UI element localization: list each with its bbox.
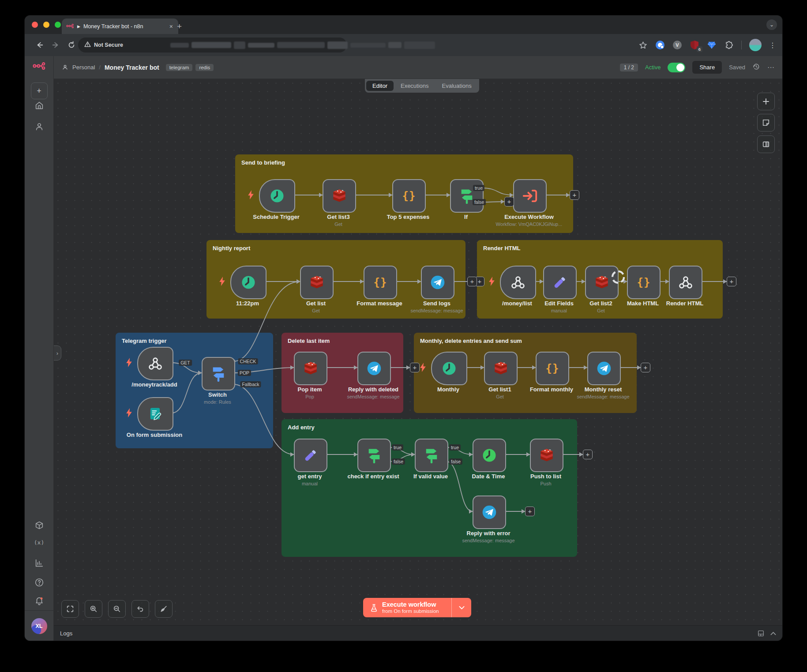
browser-tab[interactable]: ▶ Money Tracker bot - n8n × xyxy=(62,19,178,34)
node-push-to-list[interactable] xyxy=(530,439,563,472)
node-send-logs[interactable] xyxy=(421,266,454,299)
node-top-5-expenses[interactable]: {} xyxy=(392,179,426,213)
personal-projects-icon[interactable] xyxy=(34,122,44,131)
extension-blue-circle-icon[interactable] xyxy=(655,40,665,50)
templates-icon[interactable] xyxy=(34,521,44,530)
node-format-monthly[interactable]: {} xyxy=(536,352,569,385)
workflow-tag[interactable]: telegram xyxy=(166,64,193,71)
add-connected-node-button[interactable]: + xyxy=(583,450,593,459)
browser-menu-icon[interactable]: ⋮ xyxy=(769,41,776,49)
node-schedule-trigger[interactable] xyxy=(259,179,295,213)
back-button[interactable] xyxy=(34,40,45,50)
home-icon[interactable] xyxy=(34,101,44,110)
toggle-panel-button[interactable] xyxy=(757,135,775,153)
workflow-canvas[interactable]: EditorExecutionsEvaluations xyxy=(54,79,782,625)
node-monthly-reset[interactable] xyxy=(587,352,621,385)
node-label-moneytrack-add: /moneytrack/add xyxy=(101,381,207,388)
zoom-in-button[interactable] xyxy=(85,600,102,618)
expand-panel-chevron[interactable]: › xyxy=(54,345,61,360)
bookmark-star-icon[interactable] xyxy=(638,40,648,50)
user-avatar[interactable]: XL xyxy=(31,618,47,634)
node-format-message[interactable]: {} xyxy=(364,266,397,299)
node-schedule-1122pm[interactable] xyxy=(230,266,266,299)
node-check-if-entry-exist[interactable] xyxy=(357,439,391,472)
node-pop-item[interactable] xyxy=(294,352,327,385)
add-connected-node-button[interactable]: + xyxy=(467,277,477,286)
node-money-list[interactable] xyxy=(500,266,536,299)
port-label-pop: POP xyxy=(238,370,251,376)
new-tab-button[interactable]: + xyxy=(177,22,182,31)
history-icon[interactable] xyxy=(752,63,760,72)
execute-workflow-button[interactable]: Execute workflow from On form submission xyxy=(363,598,471,617)
tab-close-icon[interactable]: × xyxy=(169,23,174,30)
execute-workflow-main[interactable]: Execute workflow from On form submission xyxy=(363,598,451,617)
more-options-icon[interactable]: ⋯ xyxy=(767,63,774,71)
window-zoom-button[interactable] xyxy=(55,22,61,28)
tab-editor[interactable]: Editor xyxy=(366,81,394,91)
zoom-out-button[interactable] xyxy=(108,600,126,618)
add-connected-node-button[interactable]: + xyxy=(727,277,736,286)
node-edit-fields[interactable] xyxy=(543,266,577,299)
extension-shield-icon[interactable]: 6 xyxy=(690,40,699,50)
node-name: /moneytrack/add xyxy=(101,381,207,388)
logs-panel-header[interactable]: Logs xyxy=(54,625,782,641)
tab-executions[interactable]: Executions xyxy=(394,81,435,91)
node-get-list[interactable] xyxy=(300,266,334,299)
window-close-button[interactable] xyxy=(32,22,38,28)
node-reply-with-deleted[interactable] xyxy=(357,352,391,385)
node-monthly[interactable] xyxy=(431,352,467,385)
execute-options-caret[interactable] xyxy=(451,598,471,617)
add-connected-node-button[interactable]: + xyxy=(641,363,650,372)
n8n-logo-icon[interactable] xyxy=(33,62,46,70)
node-if[interactable] xyxy=(450,179,484,213)
tab-search-chevron-icon[interactable]: ⌄ xyxy=(766,19,777,30)
view-tab-switcher: EditorExecutionsEvaluations xyxy=(365,79,479,93)
zoom-to-fit-button[interactable] xyxy=(61,600,79,618)
add-node-button[interactable] xyxy=(757,93,775,110)
undo-button[interactable] xyxy=(131,600,149,618)
tidy-up-button[interactable] xyxy=(155,600,173,618)
node-running-spinner-icon xyxy=(610,269,616,274)
reload-button[interactable] xyxy=(66,40,77,50)
node-switch[interactable] xyxy=(202,357,235,390)
node-if-valid-value[interactable] xyxy=(415,439,448,472)
workflow-title[interactable]: Money Tracker bot xyxy=(105,64,159,71)
toolbar-divider xyxy=(741,41,742,49)
node-get-list1[interactable] xyxy=(484,352,518,385)
add-connected-node-button[interactable]: + xyxy=(570,190,579,200)
open-logs-panel-icon[interactable] xyxy=(758,630,764,637)
insights-icon[interactable] xyxy=(34,558,44,568)
notifications-bell-icon[interactable] xyxy=(34,596,44,605)
node-moneytrack-add[interactable] xyxy=(137,347,173,380)
extensions-puzzle-icon[interactable] xyxy=(724,40,734,50)
node-execute-workflow[interactable] xyxy=(513,179,547,213)
variables-icon[interactable]: (x) xyxy=(34,539,44,546)
node-get-list3[interactable] xyxy=(323,179,356,213)
add-connected-node-button[interactable]: + xyxy=(525,507,535,516)
node-get-entry[interactable] xyxy=(294,439,327,472)
node-render-html-node[interactable] xyxy=(669,266,702,299)
node-get-list2[interactable] xyxy=(585,266,619,299)
tab-evaluations[interactable]: Evaluations xyxy=(436,81,478,91)
share-button[interactable]: Share xyxy=(692,61,722,74)
active-toggle[interactable] xyxy=(668,63,685,72)
add-connected-node-button[interactable]: + xyxy=(504,197,514,206)
forward-button[interactable] xyxy=(50,40,61,50)
breadcrumb-project[interactable]: Personal xyxy=(72,64,95,71)
add-sticky-note-button[interactable] xyxy=(757,114,775,131)
add-connected-node-button[interactable]: + xyxy=(410,363,420,372)
new-workflow-button[interactable]: + xyxy=(31,83,48,99)
node-label-execute-workflow: Execute WorkflowWorkflow: VmQAC0KJGiNup.… xyxy=(476,214,582,227)
workflow-tag[interactable]: redis xyxy=(195,64,214,71)
extension-v-circle-icon[interactable]: V xyxy=(672,40,682,50)
node-date-time[interactable] xyxy=(473,439,506,472)
extension-gem-icon[interactable] xyxy=(707,40,717,50)
logs-label: Logs xyxy=(60,630,72,637)
window-minimize-button[interactable] xyxy=(43,22,49,28)
node-make-html[interactable]: {} xyxy=(627,266,661,299)
browser-profile-avatar[interactable] xyxy=(749,39,762,51)
trigger-bolt-icon xyxy=(126,358,132,367)
node-reply-with-error[interactable] xyxy=(473,496,506,529)
collapse-logs-chevron-icon[interactable] xyxy=(770,631,776,635)
help-icon[interactable] xyxy=(34,578,44,587)
